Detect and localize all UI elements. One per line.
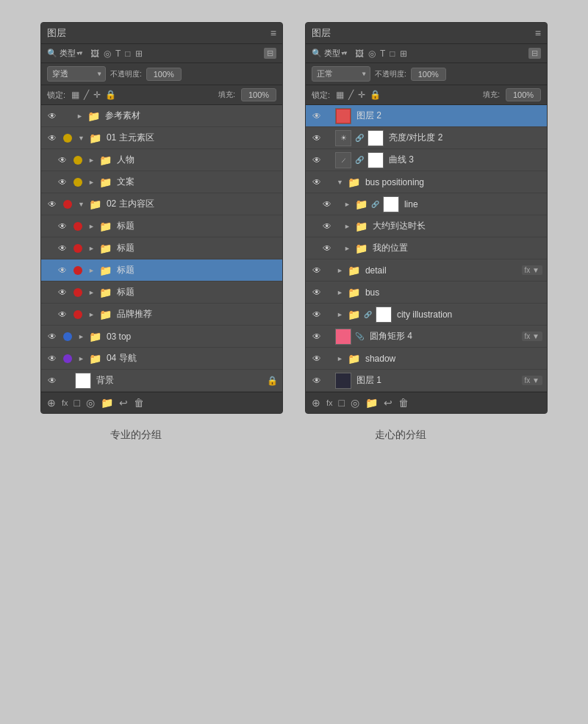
- right-arrow-line[interactable]: ►: [344, 201, 351, 208]
- right-layer-bright[interactable]: 👁 ☀ 🔗 亮度/对比度 2: [306, 127, 547, 149]
- eye-title4[interactable]: 👁: [56, 286, 69, 299]
- right-eye-rect[interactable]: 👁: [310, 330, 323, 343]
- eye-03top[interactable]: 👁: [46, 330, 59, 343]
- shape-filter-icon[interactable]: □: [125, 49, 130, 59]
- footer-back-icon[interactable]: ↩: [119, 397, 128, 409]
- right-eye-bus2[interactable]: 👁: [310, 286, 323, 299]
- circle-filter-icon[interactable]: ◎: [104, 49, 111, 59]
- arrow-ref[interactable]: ►: [76, 112, 83, 120]
- right-eye-bus-pos[interactable]: 👁: [310, 176, 323, 189]
- footer-delete-icon[interactable]: 🗑: [134, 397, 144, 409]
- right-arrow-location[interactable]: ►: [344, 245, 351, 252]
- eye-title3[interactable]: 👁: [56, 264, 69, 277]
- layer-title1[interactable]: 👁 ► 📁 标题: [41, 215, 282, 237]
- right-layer-bus-pos[interactable]: 👁 ▼ 📁 bus positioning: [306, 171, 547, 193]
- eye-title1[interactable]: 👁: [56, 220, 69, 233]
- right-layer-detail[interactable]: 👁 ► 📁 detail fx ▼: [306, 259, 547, 282]
- right-eye-layer2[interactable]: 👁: [310, 110, 323, 123]
- right-eye-layer1[interactable]: 👁: [310, 374, 323, 387]
- right-image-filter-icon[interactable]: 🖼: [355, 49, 364, 59]
- right-arrow-bus2[interactable]: ►: [337, 289, 343, 296]
- eye-02group[interactable]: 👁: [46, 198, 59, 211]
- right-footer-adj-icon[interactable]: ◎: [351, 397, 359, 409]
- footer-folder-icon[interactable]: 📁: [101, 397, 113, 409]
- lock-move-icon[interactable]: ✛: [93, 90, 101, 100]
- arrow-title3[interactable]: ►: [88, 267, 95, 274]
- right-panel-menu-icon[interactable]: ≡: [535, 27, 541, 39]
- eye-title2[interactable]: 👁: [56, 242, 69, 255]
- layer-people[interactable]: 👁 ► 📁 人物: [41, 149, 282, 171]
- eye-01group[interactable]: 👁: [46, 132, 59, 145]
- arrow-02group[interactable]: ▼: [78, 201, 85, 208]
- right-layer-rect[interactable]: 👁 📎 圆角矩形 4 fx ▼: [306, 326, 547, 348]
- eye-copy[interactable]: 👁: [56, 176, 69, 189]
- right-text-filter-icon[interactable]: T: [380, 49, 385, 59]
- layer-title3[interactable]: 👁 ► 📁 标题: [41, 259, 282, 282]
- layer-title2[interactable]: 👁 ► 📁 标题: [41, 237, 282, 259]
- arrow-title1[interactable]: ►: [88, 223, 95, 230]
- arrow-title2[interactable]: ►: [88, 245, 95, 252]
- right-filter-dropdown[interactable]: 🔍 类型 ▼: [312, 48, 348, 59]
- lock-pixels-icon[interactable]: ▦: [71, 90, 79, 100]
- right-eye-detail[interactable]: 👁: [310, 264, 323, 277]
- layer-02group[interactable]: 👁 ▼ 📁 02 主内容区: [41, 193, 282, 215]
- layer-brand[interactable]: 👁 ► 📁 品牌推荐: [41, 304, 282, 326]
- layer-bg[interactable]: 👁 背景 🔒: [41, 370, 282, 392]
- arrow-03top[interactable]: ►: [78, 333, 85, 340]
- right-footer-back-icon[interactable]: ↩: [384, 397, 392, 409]
- right-arrow-arrive[interactable]: ►: [344, 223, 351, 230]
- right-eye-bright[interactable]: 👁: [310, 132, 323, 145]
- right-layer-curve[interactable]: 👁 ⟋ 🔗 曲线 3: [306, 149, 547, 171]
- right-smart-filter-icon[interactable]: ⊞: [400, 49, 407, 59]
- right-arrow-city[interactable]: ►: [337, 311, 343, 318]
- layer-03top[interactable]: 👁 ► 📁 03 top: [41, 326, 282, 348]
- right-layer-arrive[interactable]: 👁 ► 📁 大约到达时长: [306, 215, 547, 237]
- eye-people[interactable]: 👁: [56, 154, 69, 167]
- right-circle-filter-icon[interactable]: ◎: [368, 49, 376, 59]
- arrow-title4[interactable]: ►: [88, 289, 95, 296]
- right-footer-link-icon[interactable]: ⊕: [312, 397, 320, 409]
- lock-all-icon[interactable]: 🔒: [105, 90, 116, 100]
- arrow-01group[interactable]: ▼: [78, 135, 85, 142]
- right-arrow-shadow[interactable]: ►: [337, 355, 343, 362]
- layer-copy[interactable]: 👁 ► 📁 文案: [41, 171, 282, 193]
- left-filter-dropdown[interactable]: 🔍 类型 ▼: [47, 48, 84, 59]
- left-toggle-icon[interactable]: ⊟: [264, 48, 276, 59]
- footer-fx-icon[interactable]: fx: [62, 398, 68, 407]
- right-layer-shadow[interactable]: 👁 ► 📁 shadow: [306, 348, 547, 370]
- right-layer-location[interactable]: 👁 ► 📁 我的位置: [306, 237, 547, 259]
- right-blend-dropdown[interactable]: 正常 ▼: [312, 66, 370, 82]
- left-opacity-value[interactable]: 100%: [146, 68, 182, 81]
- smart-filter-icon[interactable]: ⊞: [135, 49, 143, 59]
- left-blend-dropdown[interactable]: 穿透 ▼: [47, 66, 106, 82]
- right-footer-fx-icon[interactable]: fx: [326, 398, 333, 407]
- left-fill-value[interactable]: 100%: [241, 88, 276, 101]
- right-layer-layer2[interactable]: 👁 图层 2: [306, 105, 547, 127]
- eye-bg[interactable]: 👁: [46, 374, 59, 387]
- text-filter-icon[interactable]: T: [115, 49, 121, 59]
- right-toggle-icon[interactable]: ⊟: [528, 48, 541, 59]
- footer-link-icon[interactable]: ⊕: [47, 397, 56, 409]
- right-lock-move-icon[interactable]: ✛: [358, 90, 365, 100]
- lock-paint-icon[interactable]: ╱: [84, 90, 89, 100]
- eye-04nav[interactable]: 👁: [46, 352, 59, 365]
- arrow-04nav[interactable]: ►: [78, 355, 85, 362]
- eye-ref[interactable]: 👁: [46, 110, 59, 123]
- right-eye-shadow[interactable]: 👁: [310, 352, 323, 365]
- layer-title4[interactable]: 👁 ► 📁 标题: [41, 282, 282, 304]
- right-shape-filter-icon[interactable]: □: [390, 49, 395, 59]
- footer-adj-icon[interactable]: ◎: [86, 397, 95, 409]
- right-eye-location[interactable]: 👁: [320, 242, 334, 255]
- right-footer-delete-icon[interactable]: 🗑: [398, 397, 409, 409]
- arrow-copy[interactable]: ►: [88, 179, 95, 186]
- right-eye-line[interactable]: 👁: [320, 198, 334, 211]
- right-eye-curve[interactable]: 👁: [310, 154, 323, 167]
- right-lock-all-icon[interactable]: 🔒: [370, 90, 381, 100]
- footer-new-icon[interactable]: □: [74, 397, 80, 409]
- right-arrow-detail[interactable]: ►: [337, 267, 343, 274]
- layer-ref[interactable]: 👁 ► 📁 参考素材: [41, 105, 282, 127]
- layer-04nav[interactable]: 👁 ► 📁 04 导航: [41, 348, 282, 370]
- arrow-people[interactable]: ►: [88, 157, 95, 164]
- right-lock-pixels-icon[interactable]: ▦: [336, 90, 344, 100]
- eye-brand[interactable]: 👁: [56, 308, 69, 321]
